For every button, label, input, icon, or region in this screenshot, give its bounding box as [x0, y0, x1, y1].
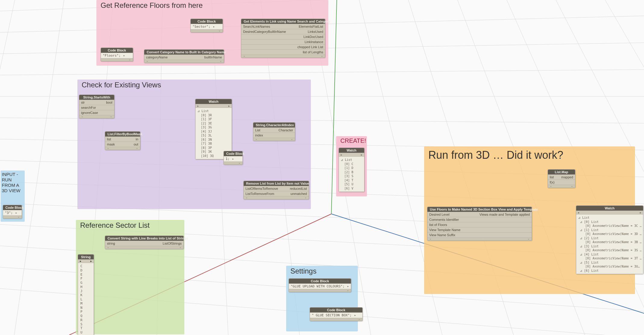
output-port[interactable]: reducedList	[288, 186, 309, 191]
node-watch-result[interactable]: Watch ▸▸ ⊿ List ⊿ [0] List [0] Axonometr…	[576, 205, 643, 274]
output-port[interactable]: mapped	[559, 175, 575, 180]
chevron-down-icon[interactable]: ⌄	[17, 215, 20, 218]
output-caret-icon[interactable]: ▸	[228, 104, 230, 108]
output-caret-icon[interactable]: ▸	[90, 259, 92, 263]
input-caret-icon[interactable]: ▸	[80, 259, 81, 263]
node-convert-string[interactable]: Convert String with Line Breaks into Lis…	[105, 236, 184, 249]
node-string-list[interactable]: String ▸▸ C D E F G H J K L M N P Q R S …	[78, 254, 94, 335]
chevron-down-icon[interactable]: ⌄	[527, 237, 530, 240]
chevron-down-icon[interactable]: ⌄	[238, 161, 241, 164]
input-port[interactable]: ignoreCase	[79, 110, 100, 115]
node-watch-existing[interactable]: Watch ▸▸ ⊿ List [0] 3R [1] 3F [2] 3E [3]…	[195, 99, 232, 159]
input-port[interactable]: str	[79, 100, 86, 105]
output-caret-icon[interactable]: ▸	[640, 211, 641, 214]
input-port[interactable]: index	[253, 133, 265, 138]
chevron-down-icon[interactable]: ⌄	[291, 137, 293, 140]
input-port[interactable]: mask	[105, 142, 117, 147]
group-label: CREATE!	[340, 137, 366, 144]
chevron-down-icon[interactable]: ⌄	[255, 137, 258, 140]
chevron-down-icon[interactable]: ⌄	[179, 246, 182, 249]
codeblock-glue-sectionbox[interactable]: Code Block " GLUE SECTION BOX"; ▸ ⌄	[310, 307, 363, 321]
input-caret-icon[interactable]: ▸	[341, 153, 342, 156]
chevron-down-icon[interactable]: ⌄	[358, 318, 361, 321]
output-port[interactable]: ListOfStrings	[161, 241, 183, 246]
codeblock-sector[interactable]: Code Block "Sector"; ▸ ⌄	[190, 19, 223, 33]
input-port[interactable]: list of Floors	[427, 222, 449, 227]
node-title: Code Block	[310, 308, 362, 312]
string-content[interactable]: C D E F G H J K L M N P Q R S T U V	[78, 263, 94, 335]
node-convert-category[interactable]: Convert Category Name to Built In Catego…	[144, 49, 224, 63]
output-port[interactable]: ElementsFlatList	[297, 24, 325, 29]
input-port[interactable]: searchFor	[79, 105, 98, 110]
output-port[interactable]: unmatched	[289, 191, 309, 196]
node-char-at-index[interactable]: String.CharacterAtIndex ListCharacter in…	[253, 122, 295, 141]
input-port[interactable]: string	[105, 241, 117, 246]
output-caret-icon[interactable]: ▸	[361, 153, 362, 156]
output-port[interactable]: bool	[104, 100, 114, 105]
chevron-down-icon[interactable]: ⌄	[429, 237, 432, 240]
input-port[interactable]: ListToRemoveFrom	[244, 191, 276, 196]
chevron-down-icon[interactable]: ⌄	[81, 115, 83, 118]
output-port[interactable]: LinkDocUsed	[302, 34, 325, 39]
codeblock-glue-colours[interactable]: Code Block "GLUE UPLOAD WITH COLOURS"; ▸…	[289, 278, 351, 292]
node-filter-boolmask[interactable]: List.FilterByBoolMask listin maskout ⌄⌄	[105, 131, 140, 150]
output-port[interactable]: out	[132, 142, 140, 147]
code-text[interactable]: "Sector";	[192, 25, 212, 29]
output-port[interactable]: list of Lengths	[301, 50, 325, 55]
codeblock-three[interactable]: Code Block "3"; ▸ ⌄	[3, 205, 22, 219]
code-text[interactable]: "Floors";	[103, 54, 123, 58]
code-text[interactable]: "3";	[5, 211, 15, 215]
chevron-down-icon[interactable]: ⌄	[321, 54, 323, 57]
code-text[interactable]: " GLUE SECTION BOX";	[312, 313, 354, 317]
chevron-down-icon[interactable]: ⌄	[107, 146, 109, 149]
output-port[interactable]: Views made and Template applied	[478, 212, 532, 217]
chevron-down-icon[interactable]: ⌄	[245, 196, 248, 199]
output-port[interactable]: Character	[277, 128, 295, 133]
watch-content: ⊿ List ⊿ [0] List [0] AxonometricView(Na…	[576, 214, 643, 274]
input-port[interactable]: Desired Level	[427, 212, 451, 217]
chevron-down-icon[interactable]: ⌄	[220, 59, 222, 62]
input-port[interactable]: DesiredCategoryBuiltInName	[241, 29, 288, 34]
codeblock-one[interactable]: Code Block 1; ▸ ⌄	[224, 151, 243, 165]
chevron-down-icon[interactable]: ⌄	[136, 146, 138, 149]
node-string-startswith[interactable]: String.StartsWith strbool searchFor igno…	[79, 95, 114, 118]
node-get-elements[interactable]: Get Elements in Link using Name Search a…	[241, 19, 325, 58]
code-text[interactable]: 1;	[226, 157, 232, 161]
output-port[interactable]: LinkInstance	[303, 39, 325, 44]
node-title: Watch	[195, 99, 232, 104]
output-port[interactable]: LinksUsed	[306, 29, 325, 34]
output-port[interactable]: in	[134, 137, 140, 142]
input-port[interactable]: List	[253, 128, 262, 133]
input-port[interactable]: ListOfItemsToRemove	[244, 186, 280, 191]
chevron-down-icon[interactable]: ⌄	[347, 289, 349, 292]
input-port[interactable]: View Template Name	[427, 227, 462, 232]
input-port[interactable]: SearchLinkNames	[241, 24, 272, 29]
chevron-down-icon[interactable]: ⌄	[305, 196, 307, 199]
input-caret-icon[interactable]: ▸	[578, 211, 580, 214]
input-caret-icon[interactable]: ▸	[197, 104, 199, 108]
input-port[interactable]: f(x)	[548, 180, 556, 185]
chevron-down-icon[interactable]: ⌄	[243, 54, 245, 57]
code-text[interactable]: "GLUE UPLOAD WITH COLOURS";	[291, 284, 346, 288]
node-title: Code Block	[101, 48, 133, 53]
chevron-down-icon[interactable]: ⌄	[550, 184, 552, 187]
node-watch-create[interactable]: Watch ▸▸ ⊿ List [0] C [1] D [2] B [3] S …	[339, 148, 364, 192]
chevron-down-icon[interactable]: ⌄	[571, 184, 573, 187]
node-title: Code Block	[3, 205, 22, 210]
node-list-map[interactable]: List.Map listmapped f(x) ⌄⌄	[548, 169, 575, 188]
chevron-down-icon[interactable]: ⌄	[218, 29, 221, 32]
input-port[interactable]: list	[548, 175, 555, 180]
input-port[interactable]: View Name Suffix	[427, 233, 457, 237]
input-port[interactable]: Comments Identifier	[427, 217, 461, 222]
codeblock-floors[interactable]: Code Block "Floors"; ▸ ⌄	[101, 48, 133, 61]
chevron-down-icon[interactable]: ⌄	[146, 59, 148, 62]
node-remove-list[interactable]: Remove List from List by Item not Value …	[243, 181, 309, 199]
input-port[interactable]: list	[105, 137, 113, 142]
input-port[interactable]: categoryName	[144, 55, 170, 60]
chevron-down-icon[interactable]: ⌄	[110, 115, 112, 118]
chevron-down-icon[interactable]: ⌄	[107, 246, 109, 249]
output-port[interactable]: builtInName	[202, 55, 224, 60]
node-use-floors[interactable]: Use Floors to Make Named 3D Section Box …	[427, 207, 532, 241]
output-port[interactable]: chopped Link List	[295, 45, 325, 49]
chevron-down-icon[interactable]: ⌄	[129, 58, 131, 61]
